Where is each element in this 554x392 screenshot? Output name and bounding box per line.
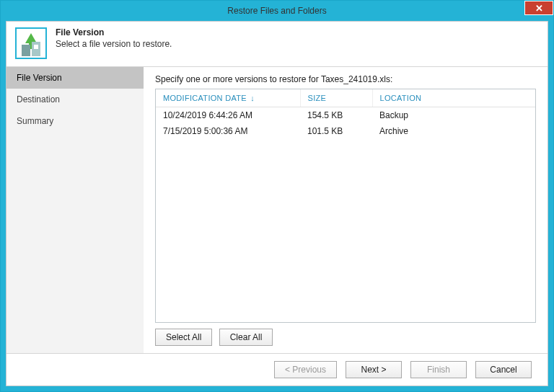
sort-down-icon: ↓ (250, 94, 255, 102)
table-row[interactable]: 10/24/2019 6:44:26 AM 154.5 KB Backup (156, 107, 535, 124)
select-all-button[interactable]: Select All (155, 329, 212, 346)
versions-table: MODIFICATION DATE ↓ SIZE LOCATION (156, 89, 535, 139)
wizard-body: File Version Destination Summary Specify… (6, 66, 548, 353)
next-button[interactable]: Next > (346, 361, 402, 378)
wizard-footer: < Previous Next > Finish Cancel (6, 353, 548, 386)
titlebar: Restore Files and Folders ✕ (1, 1, 553, 21)
svg-rect-2 (22, 45, 30, 56)
wizard-main: Specify one or more versions to restore … (144, 66, 548, 353)
step-label: Summary (17, 116, 53, 126)
versions-table-container: MODIFICATION DATE ↓ SIZE LOCATION (155, 89, 536, 323)
restore-up-icon (15, 27, 47, 59)
cell-location: Backup (372, 107, 535, 124)
step-file-version[interactable]: File Version (6, 67, 144, 89)
cell-date: 7/15/2019 5:00:36 AM (156, 123, 300, 139)
close-button[interactable]: ✕ (524, 1, 553, 15)
dialog-body: File Version Select a file version to re… (6, 21, 548, 386)
window-title: Restore Files and Folders (227, 6, 326, 16)
page-title: File Version (56, 27, 172, 37)
instruction-text: Specify one or more versions to restore … (155, 74, 536, 84)
cell-size: 154.5 KB (300, 107, 372, 124)
previous-button: < Previous (274, 361, 337, 378)
svg-rect-4 (34, 45, 38, 49)
column-header-size[interactable]: SIZE (300, 89, 372, 107)
step-summary[interactable]: Summary (6, 110, 144, 132)
table-header-row: MODIFICATION DATE ↓ SIZE LOCATION (156, 89, 535, 107)
selection-buttons: Select All Clear All (155, 329, 536, 346)
table-row[interactable]: 7/15/2019 5:00:36 AM 101.5 KB Archive (156, 123, 535, 139)
cell-size: 101.5 KB (300, 123, 372, 139)
wizard-header: File Version Select a file version to re… (6, 22, 548, 66)
finish-button: Finish (410, 361, 467, 378)
close-icon: ✕ (535, 4, 543, 13)
cell-date: 10/24/2019 6:44:26 AM (156, 107, 300, 124)
wizard-steps: File Version Destination Summary (6, 66, 144, 353)
page-subtitle: Select a file version to restore. (56, 39, 172, 49)
step-destination[interactable]: Destination (6, 89, 144, 110)
clear-all-button[interactable]: Clear All (219, 329, 273, 346)
column-header-date[interactable]: MODIFICATION DATE ↓ (156, 89, 300, 107)
dialog-window: Restore Files and Folders ✕ File Version… (0, 0, 554, 392)
cell-location: Archive (372, 123, 535, 139)
column-header-location[interactable]: LOCATION (372, 89, 535, 107)
cancel-button[interactable]: Cancel (475, 361, 532, 378)
step-label: File Version (17, 73, 62, 83)
step-label: Destination (17, 94, 60, 104)
